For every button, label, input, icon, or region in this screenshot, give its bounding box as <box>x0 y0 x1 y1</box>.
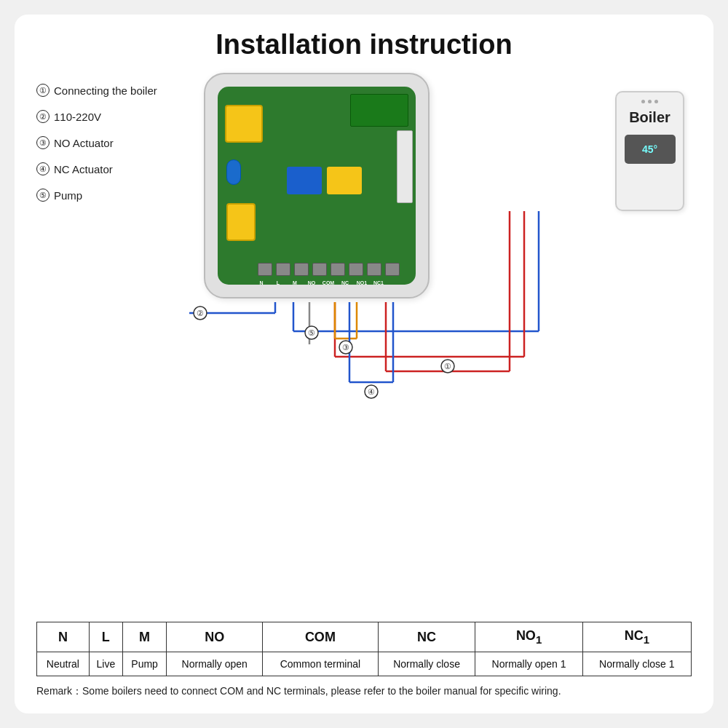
td-normally-close: Normally close <box>378 652 475 676</box>
label-item-3: ③ NO Actuator <box>36 136 189 149</box>
svg-text:①: ① <box>444 362 451 371</box>
pcb-board: N L M NO COM NC NO1 NC1 <box>218 87 416 285</box>
left-labels: ① Connecting the boiler ② 110-220V ③ NO … <box>36 69 189 614</box>
svg-text:④: ④ <box>368 387 375 396</box>
td-neutral: Neutral <box>37 652 90 676</box>
relay1 <box>287 167 322 194</box>
svg-point-20 <box>194 306 207 320</box>
th-no: NO <box>167 622 263 652</box>
terminal-no1 <box>367 263 381 276</box>
th-nc1: NC1 <box>582 622 691 652</box>
label-item-1: ① Connecting the boiler <box>36 84 189 97</box>
th-m: M <box>122 622 166 652</box>
remark-text: Remark：Some boilers need to connect COM … <box>36 684 692 699</box>
table-data-row: Neutral Live Pump Normally open Common t… <box>37 652 692 676</box>
terminal-nc <box>349 263 363 276</box>
th-n: N <box>37 622 90 652</box>
label-text-1: Connecting the boiler <box>54 84 157 97</box>
circle-1: ① <box>36 84 50 97</box>
th-no1: NO1 <box>475 622 582 652</box>
circle-4: ④ <box>36 162 50 175</box>
terminal-labels: N L M NO COM NC NO1 NC1 <box>254 280 386 285</box>
circle-5: ⑤ <box>36 189 50 202</box>
label-text-2: 110-220V <box>54 111 101 123</box>
main-card: Installation instruction ① Connecting th… <box>15 15 713 713</box>
terminal-row-bottom <box>258 263 400 276</box>
bottom-section: N L M NO COM NC NO1 NC1 Neutral Live Pum… <box>36 622 692 699</box>
terminal-table: N L M NO COM NC NO1 NC1 Neutral Live Pum… <box>36 622 692 676</box>
content-area: ① Connecting the boiler ② 110-220V ③ NO … <box>36 69 692 614</box>
label-item-2: ② 110-220V <box>36 110 189 123</box>
label-item-4: ④ NC Actuator <box>36 162 189 175</box>
boiler-label: Boiler <box>629 109 670 126</box>
svg-text:③: ③ <box>342 343 349 352</box>
td-common-terminal: Common terminal <box>263 652 379 676</box>
relay2 <box>327 167 362 194</box>
svg-text:②: ② <box>197 309 204 317</box>
circle-3: ③ <box>36 136 50 149</box>
th-nc: NC <box>378 622 475 652</box>
label-text-3: NO Actuator <box>54 137 114 149</box>
ic-chip <box>350 94 408 127</box>
terminal-com <box>331 263 345 276</box>
diagram-area: N L M NO COM NC NO1 NC1 <box>189 69 692 404</box>
td-live: Live <box>89 652 122 676</box>
boiler-device: Boiler 45° <box>615 91 684 211</box>
svg-point-24 <box>365 385 378 398</box>
circle-2: ② <box>36 110 50 123</box>
th-com: COM <box>263 622 379 652</box>
transformer <box>225 105 263 143</box>
terminal-nc1 <box>385 263 400 276</box>
svg-point-22 <box>339 341 352 354</box>
terminal-m <box>294 263 309 276</box>
boiler-display: 45° <box>625 135 676 164</box>
inductor <box>226 203 256 241</box>
page-title: Installation instruction <box>36 29 692 60</box>
td-normally-close1: Normally close 1 <box>582 652 691 676</box>
terminal-n <box>258 263 272 276</box>
th-l: L <box>89 622 122 652</box>
label-text-5: Pump <box>54 189 82 202</box>
terminal-l <box>276 263 290 276</box>
pcb-outer: N L M NO COM NC NO1 NC1 <box>204 73 430 298</box>
terminal-no <box>312 263 327 276</box>
td-pump: Pump <box>122 652 166 676</box>
svg-point-18 <box>441 360 454 373</box>
terminal-block-right <box>397 130 413 203</box>
boiler-top-dots <box>641 100 658 103</box>
boiler-temp: 45° <box>642 143 657 155</box>
td-normally-open1: Normally open 1 <box>475 652 582 676</box>
table-header-row: N L M NO COM NC NO1 NC1 <box>37 622 692 652</box>
capacitor <box>226 159 241 185</box>
svg-text:⑤: ⑤ <box>308 328 315 337</box>
svg-point-26 <box>305 326 318 339</box>
label-item-5: ⑤ Pump <box>36 189 189 202</box>
td-normally-open: Normally open <box>167 652 263 676</box>
label-text-4: NC Actuator <box>54 163 113 175</box>
